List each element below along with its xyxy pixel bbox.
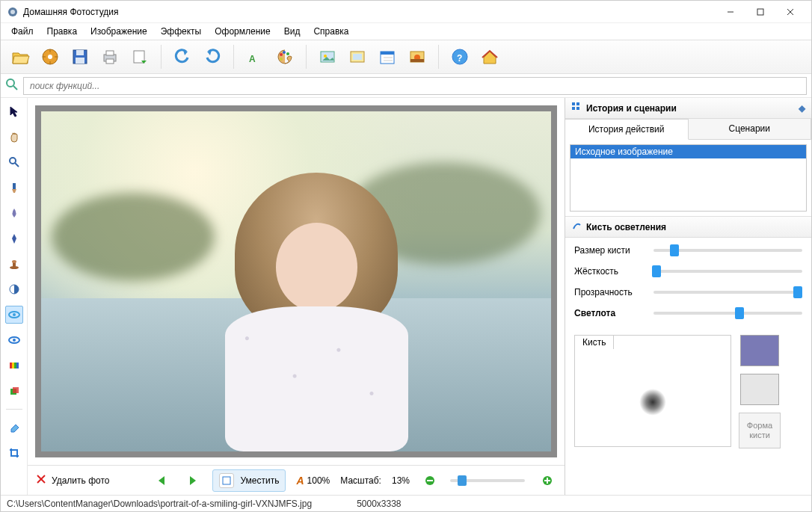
tool-pointer[interactable]: [5, 102, 23, 120]
image-button[interactable]: [314, 43, 341, 70]
tool-hand[interactable]: [5, 128, 23, 146]
tool-gradient[interactable]: [5, 357, 23, 374]
color-swatch[interactable]: [740, 335, 779, 366]
prev-button[interactable]: [153, 472, 172, 490]
svg-point-37: [7, 79, 14, 87]
fit-icon: [219, 473, 234, 488]
svg-rect-65: [576, 102, 579, 105]
text-button[interactable]: A: [242, 43, 268, 70]
tool-eye[interactable]: [5, 306, 23, 324]
svg-rect-17: [106, 59, 114, 64]
svg-point-22: [286, 52, 289, 55]
svg-rect-53: [16, 363, 19, 368]
tool-crop[interactable]: [5, 444, 23, 462]
tool-eraser[interactable]: [5, 419, 23, 437]
svg-point-20: [280, 53, 283, 56]
history-item[interactable]: Исходное изображение: [570, 145, 806, 158]
svg-rect-67: [576, 107, 579, 110]
status-path: C:\Users\ContentManager\Downloads\portra…: [7, 499, 312, 509]
menu-оформление[interactable]: Оформление: [209, 25, 276, 38]
zoom-100-button[interactable]: A 100%: [296, 475, 330, 487]
menu-справка[interactable]: Справка: [307, 25, 354, 38]
frame-button[interactable]: [344, 43, 371, 70]
minimize-button[interactable]: [716, 1, 745, 22]
menu-эффекты[interactable]: Эффекты: [155, 25, 208, 38]
status-bar: C:\Users\ContentManager\Downloads\portra…: [1, 495, 811, 511]
scale-value: 13%: [392, 475, 410, 486]
tab-1[interactable]: Сценарии: [689, 119, 812, 139]
brush-panel-header: Кисть осветления: [565, 217, 811, 238]
svg-rect-51: [12, 363, 14, 368]
menu-вид[interactable]: Вид: [278, 25, 307, 38]
tool-pen[interactable]: [5, 229, 23, 247]
scale-label: Масштаб:: [340, 475, 381, 486]
svg-rect-66: [572, 107, 575, 110]
canvas-area[interactable]: [28, 98, 565, 465]
delete-photo-button[interactable]: Удалить фото: [35, 473, 109, 487]
app-title: Домашняя Фотостудия: [23, 7, 716, 17]
redo-button[interactable]: [199, 43, 226, 70]
tool-contrast[interactable]: [5, 280, 23, 298]
history-panel-title: История и сценарии: [586, 103, 677, 114]
tool-layer[interactable]: [5, 382, 23, 400]
home-button[interactable]: [476, 43, 503, 70]
next-button[interactable]: [182, 472, 202, 490]
collapse-icon[interactable]: ◆: [799, 103, 805, 114]
slider-row: Прозрачность: [574, 287, 802, 297]
title-bar: Домашняя Фотостудия: [1, 1, 811, 23]
history-icon: [571, 102, 582, 114]
main-toolbar: A?: [1, 40, 811, 74]
print-button[interactable]: [96, 43, 123, 70]
slider-Прозрачность[interactable]: [653, 291, 802, 294]
tool-drop[interactable]: [5, 204, 23, 222]
svg-rect-13: [76, 50, 84, 55]
close-button[interactable]: [775, 1, 805, 22]
save-button[interactable]: [67, 43, 93, 70]
brush-preview: Кисть: [574, 335, 731, 447]
svg-rect-41: [13, 183, 16, 189]
tool-brush[interactable]: [5, 179, 23, 197]
search-input[interactable]: [23, 77, 807, 95]
svg-rect-64: [572, 102, 575, 105]
palette-button[interactable]: [271, 43, 298, 70]
right-panel: История и сценарии ◆ История действийСце…: [565, 98, 811, 495]
zoom-out-button[interactable]: [420, 472, 440, 490]
export-button[interactable]: [126, 43, 153, 70]
zoom-slider[interactable]: [450, 479, 525, 482]
maximize-button[interactable]: [745, 1, 775, 22]
svg-point-49: [13, 339, 16, 342]
sunset-button[interactable]: [404, 43, 431, 70]
tool-stamp[interactable]: [5, 255, 23, 273]
bg-swatch[interactable]: [740, 374, 779, 405]
history-list[interactable]: Исходное изображение: [570, 144, 807, 212]
calendar-button[interactable]: [374, 43, 401, 70]
tool-zoom[interactable]: [5, 153, 23, 171]
undo-button[interactable]: [169, 43, 196, 70]
fit-button[interactable]: Уместить: [212, 469, 286, 492]
slider-Размер кисти[interactable]: [653, 249, 802, 252]
svg-line-40: [15, 163, 19, 167]
menu-изображение[interactable]: Изображение: [84, 25, 153, 38]
menu-файл[interactable]: Файл: [5, 25, 40, 38]
help-button[interactable]: ?: [446, 43, 473, 70]
catalog-button[interactable]: [37, 43, 64, 70]
slider-Светлота[interactable]: [653, 312, 802, 315]
brush-shape-button[interactable]: Форма кисти: [739, 413, 781, 448]
history-panel-header: История и сценарии ◆: [565, 98, 811, 119]
tool-eye2[interactable]: [5, 331, 23, 349]
text-a-icon: A: [296, 475, 304, 487]
svg-point-7: [48, 55, 52, 59]
svg-rect-55: [13, 387, 19, 393]
tool-strip: [1, 98, 28, 495]
canvas-wrap: Удалить фото Уместить A 100% Масштаб: 13…: [28, 98, 565, 495]
slider-Жёсткость[interactable]: [653, 270, 802, 273]
zoom-in-button[interactable]: [538, 472, 557, 490]
svg-text:A: A: [249, 54, 256, 64]
slider-label: Светлота: [574, 308, 646, 318]
menu-правка[interactable]: Правка: [41, 25, 84, 38]
tab-0[interactable]: История действий: [565, 119, 689, 140]
brush-panel: Кисть осветления Размер кистиЖёсткостьПр…: [565, 216, 811, 495]
slider-row: Размер кисти: [574, 245, 802, 256]
open-button[interactable]: [7, 43, 34, 70]
svg-rect-29: [381, 52, 394, 55]
